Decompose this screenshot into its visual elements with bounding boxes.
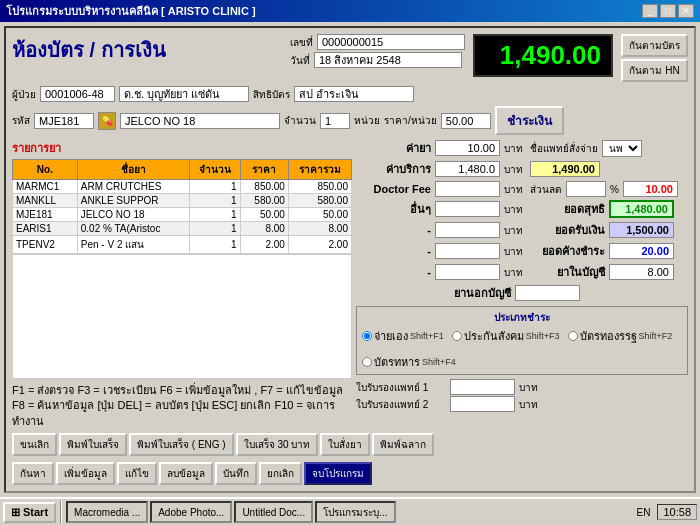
- minimize-button[interactable]: _: [642, 4, 658, 18]
- taskbar-item-3[interactable]: โปรแกรมระบุ...: [315, 501, 395, 523]
- radio-item-2[interactable]: บัตรทองรรฐ Shift+F2: [568, 327, 673, 345]
- bottom-btn1-0[interactable]: ขนเลิก: [12, 433, 57, 456]
- code-input[interactable]: [34, 113, 94, 129]
- radio-item-3[interactable]: บัตรทหาร Shift+F4: [362, 353, 456, 371]
- service-fee-label: ค่าบริการ: [356, 160, 431, 178]
- start-button[interactable]: ⊞ Start: [3, 502, 56, 523]
- bottom-btn2-1[interactable]: เพิ่มข้อมูล: [56, 462, 115, 485]
- insurance-input-1[interactable]: [450, 396, 515, 412]
- discount-value-input[interactable]: [623, 181, 678, 197]
- receipt-number-input[interactable]: [317, 34, 465, 50]
- med-budget-input[interactable]: [609, 264, 674, 280]
- subtotal-input[interactable]: [609, 200, 674, 218]
- medicine-name-input[interactable]: [120, 113, 280, 129]
- col-name: ชื่อยา: [77, 160, 190, 180]
- pay-button[interactable]: ชำระเงิน: [495, 106, 564, 135]
- service-fee-unit: บาท: [504, 162, 526, 177]
- payment-type-title: ประเภทชำระ: [362, 310, 682, 325]
- main-window: ห้องบัตร / การเงิน เลขที่ วันที่ 1,490.0…: [0, 22, 700, 497]
- table-row[interactable]: MARMC1ARM CRUTCHES1850.00850.00: [13, 180, 352, 194]
- fees-section: ค่ายา บาท ชื่อแพทย์สั่งจ่าย นพ ค่าบริการ…: [356, 139, 688, 429]
- bottom-btns-row2: กันหาเพิ่มข้อมูลแก้ไขลบข้อมูลบันทึกยกเลิ…: [12, 462, 688, 485]
- bottom-btn1-5[interactable]: พิมพ์ฉลาก: [372, 433, 434, 456]
- doctor-fee-unit: บาท: [504, 182, 526, 197]
- taskbar-item-0[interactable]: Macromedia ...: [66, 501, 148, 523]
- taskbar-item-1[interactable]: Adobe Photo...: [150, 501, 232, 523]
- dash3-input[interactable]: [435, 264, 500, 280]
- bottom-btn2-0[interactable]: กันหา: [12, 462, 54, 485]
- radio-input-2[interactable]: [568, 331, 578, 341]
- bottom-btn2-6[interactable]: จบโปรแกรม: [304, 462, 372, 485]
- bottom-btn2-3[interactable]: ลบข้อมูล: [159, 462, 213, 485]
- price-input[interactable]: [441, 113, 491, 129]
- dash1-row: - บาท ยอดรับเงิน: [356, 221, 688, 239]
- bottom-btn1-3[interactable]: ใบเสร็จ 30 บาท: [236, 433, 319, 456]
- bottom-btn2-4[interactable]: บันทึก: [215, 462, 257, 485]
- radio-item-0[interactable]: จ่ายเอง Shift+F1: [362, 327, 444, 345]
- rights-label: สิทธิบัตร: [253, 87, 290, 102]
- bottom-btn1-2[interactable]: พิมพ์ใบเสร็จ ( ENG ): [129, 433, 234, 456]
- rights-input[interactable]: [294, 86, 414, 102]
- dash3-label: -: [356, 266, 431, 278]
- radio-input-0[interactable]: [362, 331, 372, 341]
- doctor-fee-label: Doctor Fee: [356, 183, 431, 195]
- service-fee-input[interactable]: [435, 161, 500, 177]
- radio-label-2: บัตรทองรรฐ: [580, 327, 637, 345]
- doctor-fee-row: Doctor Fee บาท ส่วนลด %: [356, 181, 688, 197]
- radio-shortcut-1: Shift+F3: [526, 331, 560, 341]
- date-input[interactable]: [314, 52, 462, 68]
- cash-input[interactable]: [609, 222, 674, 238]
- change-row: ยอดคัางชำระ: [530, 242, 674, 260]
- bottom-btn2-2[interactable]: แก้ไข: [117, 462, 157, 485]
- bottom-btn1-4[interactable]: ใบสั่งยา: [320, 433, 370, 456]
- cash-row: ยอดรับเงิน: [530, 221, 674, 239]
- discount-label: ส่วนลด: [530, 182, 562, 197]
- price-label: ราคา/หน่วย: [384, 113, 437, 128]
- subtotal-row: ยอดสุทธิ: [530, 200, 674, 218]
- qty-input[interactable]: [320, 113, 350, 129]
- med-out-label: ยานอกบัญชี: [436, 284, 511, 302]
- subtotal-label: ยอดสุทธิ: [530, 200, 605, 218]
- maximize-button[interactable]: □: [660, 4, 676, 18]
- discount-pct-input[interactable]: [566, 181, 606, 197]
- cash-label: ยอดรับเงิน: [530, 221, 605, 239]
- patient-row: ผู้ป่วย สิทธิบัตร: [12, 86, 688, 102]
- insurance-unit-0: บาท: [519, 380, 538, 395]
- start-label: Start: [23, 506, 48, 518]
- discount-row: ส่วนลด %: [530, 181, 678, 197]
- dash2-input[interactable]: [435, 243, 500, 259]
- radio-input-3[interactable]: [362, 357, 372, 367]
- radio-label-1: ประกันสังคม: [464, 327, 524, 345]
- dash1-input[interactable]: [435, 222, 500, 238]
- radio-row: จ่ายเอง Shift+F1ประกันสังคม Shift+F3บัตร…: [362, 327, 682, 371]
- back-hn-button[interactable]: กันตาม HN: [621, 59, 688, 82]
- table-row[interactable]: EARIS10.02 % TA(Aristoc18.008.00: [13, 222, 352, 236]
- radio-item-1[interactable]: ประกันสังคม Shift+F3: [452, 327, 560, 345]
- service-fee-row: ค่าบริการ บาท: [356, 160, 688, 178]
- med-type-select[interactable]: นพ: [602, 140, 642, 157]
- radio-label-0: จ่ายเอง: [374, 327, 408, 345]
- table-row[interactable]: MANKLLANKLE SUPPOR1580.00580.00: [13, 194, 352, 208]
- patient-name-input[interactable]: [119, 86, 249, 102]
- doctor-fee-input[interactable]: [435, 181, 500, 197]
- other-fee-input[interactable]: [435, 201, 500, 217]
- taskbar-item-2[interactable]: Untitled Doc...: [234, 501, 313, 523]
- code-label: รหัส: [12, 113, 30, 128]
- med-out-input[interactable]: [515, 285, 580, 301]
- change-label: ยอดคัางชำระ: [530, 242, 605, 260]
- change-input[interactable]: [609, 243, 674, 259]
- bottom-btn1-1[interactable]: พิมพ์ใบเสร็จ: [59, 433, 127, 456]
- close-button[interactable]: ✕: [678, 4, 694, 18]
- insurance-input-0[interactable]: [450, 379, 515, 395]
- back-card-button[interactable]: กันตามบัตร: [621, 34, 688, 57]
- total-small-input[interactable]: [530, 161, 600, 177]
- radio-input-1[interactable]: [452, 331, 462, 341]
- drug-fee-input[interactable]: [435, 140, 500, 156]
- med-out-row: ยานอกบัญชี: [436, 284, 688, 302]
- bottom-btn2-5[interactable]: ยกเลิก: [259, 462, 302, 485]
- table-row[interactable]: MJE181JELCO NO 18150.0050.00: [13, 208, 352, 222]
- table-row[interactable]: TPENV2Pen - V 2 แสน12.002.00: [13, 236, 352, 254]
- medicine-icon[interactable]: 💊: [98, 112, 116, 130]
- empty-rows: [12, 254, 352, 379]
- patient-id-input[interactable]: [40, 86, 115, 102]
